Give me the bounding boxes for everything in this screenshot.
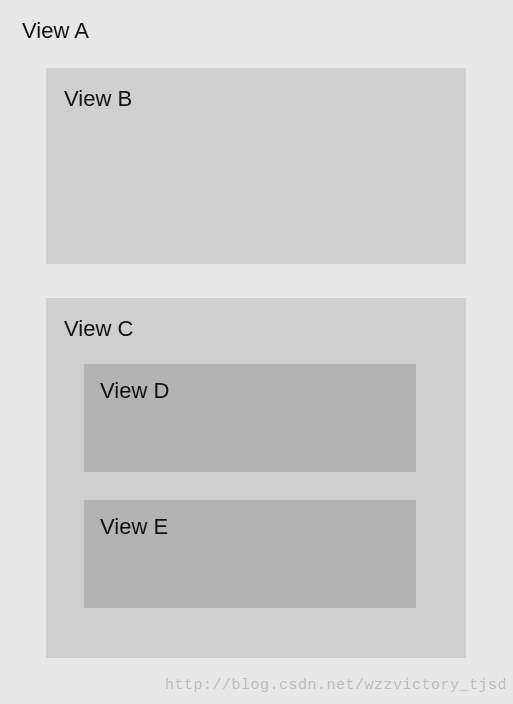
view-d-container: View D [84, 364, 416, 472]
view-a-container: View A View B View C View D View E [0, 0, 513, 704]
view-e-label: View E [100, 514, 400, 540]
view-c-label: View C [64, 316, 448, 342]
view-d-label: View D [100, 378, 400, 404]
view-a-label: View A [22, 18, 491, 44]
view-e-container: View E [84, 500, 416, 608]
watermark-text: http://blog.csdn.net/wzzvictory_tjsd [165, 677, 507, 694]
view-c-container: View C View D View E [46, 298, 466, 658]
view-b-label: View B [64, 86, 448, 112]
view-b-container: View B [46, 68, 466, 264]
